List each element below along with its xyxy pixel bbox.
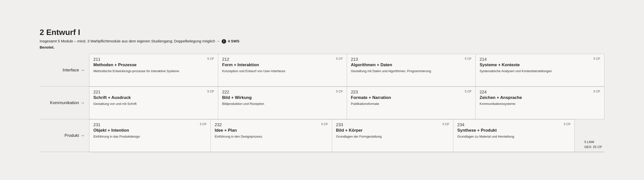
card-number-1-3: 224 xyxy=(480,90,486,95)
footer-stats: 5 LNW GES: 25 CP xyxy=(575,119,604,152)
card-cp-0-3: 5 CP xyxy=(594,57,600,61)
card-header-1-1: 222 5 CP xyxy=(222,90,343,95)
row-label-2: Produkt → xyxy=(40,119,89,152)
card-0-1[interactable]: 212 5 CP Form + Interaktion Konzeption u… xyxy=(218,54,347,86)
card-cp-2-2: 5 CP xyxy=(443,122,449,126)
card-number-2-2: 233 xyxy=(336,122,343,127)
card-title-1-0: Schrift + Ausdruck xyxy=(94,95,214,100)
cards-row-0: 211 5 CP Methoden + Prozesse Methodische… xyxy=(89,54,604,86)
card-number-0-3: 214 xyxy=(480,57,486,62)
grid-container: Interface → 211 5 CP Methoden + Prozesse… xyxy=(40,54,604,152)
card-header-0-1: 212 5 CP xyxy=(222,57,343,62)
card-cp-1-3: 5 CP xyxy=(594,90,600,93)
row-label-text-0: Interface → xyxy=(63,68,85,73)
card-number-2-0: 231 xyxy=(94,122,100,127)
page: 2 Entwurf I Insgesamt 5 Module – mind. 3… xyxy=(25,18,619,162)
card-2-1[interactable]: 232 5 CP Idee + Plan Einführung in den D… xyxy=(211,119,332,152)
card-title-1-3: Zeichen + Ansprache xyxy=(480,95,600,100)
card-desc-0-3: Systematische Analysen und Kontextdarste… xyxy=(480,69,600,73)
grid-row-0: Interface → 211 5 CP Methoden + Prozesse… xyxy=(40,54,604,87)
card-0-3[interactable]: 214 5 CP Systeme + Kontexte Systematisch… xyxy=(476,54,604,86)
card-number-0-0: 211 xyxy=(94,57,100,62)
card-title-0-3: Systeme + Kontexte xyxy=(480,63,600,67)
card-0-2[interactable]: 213 5 CP Algorithmen + Daten Gestaltung … xyxy=(347,54,476,86)
card-cp-2-0: 5 CP xyxy=(200,122,206,126)
card-number-1-2: 223 xyxy=(351,90,358,95)
card-title-1-1: Bild + Wirkung xyxy=(222,95,343,100)
card-2-0[interactable]: 231 5 CP Objekt + Intention Einführung i… xyxy=(90,119,211,152)
row-label-0: Interface → xyxy=(40,54,89,86)
card-desc-2-1: Einführung in den Designprozess xyxy=(215,134,328,139)
card-header-0-3: 214 5 CP xyxy=(480,57,600,62)
card-desc-2-0: Einführung in das Produktdesign xyxy=(94,134,206,139)
card-cp-1-0: 5 CP xyxy=(207,90,214,93)
row-label-name-0: Interface xyxy=(63,68,79,73)
card-desc-1-2: Publikationsformate xyxy=(351,102,472,106)
card-cp-0-1: 5 CP xyxy=(336,57,343,61)
card-desc-0-1: Konzeption und Entwurf von User-Interfac… xyxy=(222,69,343,73)
info-icon[interactable]: i xyxy=(222,39,226,44)
grid-bottom-border xyxy=(89,152,604,152)
card-title-0-0: Methoden + Prozesse xyxy=(94,63,214,67)
card-header-0-0: 211 5 CP xyxy=(94,57,214,62)
row-label-1: Kommunikation → xyxy=(40,87,89,119)
row-arrow-2: → xyxy=(80,133,85,138)
card-desc-2-2: Grundlagen der Formgestaltung xyxy=(336,134,449,139)
grid-row-2: Produkt → 231 5 CP Objekt + Intention Ei… xyxy=(40,119,604,152)
card-title-1-2: Formate + Narration xyxy=(351,95,472,100)
row-arrow-1: → xyxy=(80,100,85,105)
card-header-1-0: 221 5 CP xyxy=(94,90,214,95)
card-desc-1-0: Gestaltung von und mit Schrift xyxy=(94,102,214,106)
section-subtitle: Insgesamt 5 Module – mind. 3 Wahlpflicht… xyxy=(40,39,604,44)
card-2-2[interactable]: 233 5 CP Bild + Körper Grundlagen der Fo… xyxy=(332,119,454,152)
card-0-0[interactable]: 211 5 CP Methoden + Prozesse Methodische… xyxy=(90,54,218,86)
card-title-2-0: Objekt + Intention xyxy=(94,128,206,133)
lnw-text: 5 LNW xyxy=(584,140,602,144)
card-1-1[interactable]: 222 5 CP Bild + Wirkung Bildproduktion u… xyxy=(218,87,347,119)
card-title-2-3: Synthese + Produkt xyxy=(457,128,570,133)
card-cp-2-3: 5 CP xyxy=(564,122,570,126)
card-header-1-3: 224 5 CP xyxy=(480,90,600,95)
card-number-2-3: 234 xyxy=(457,122,464,127)
card-desc-1-1: Bildproduktion und Rezeption xyxy=(222,102,343,106)
card-title-2-1: Idee + Plan xyxy=(215,128,328,133)
section-title: 2 Entwurf I xyxy=(40,28,604,37)
card-number-1-0: 221 xyxy=(94,90,100,95)
row-label-text-1: Kommunikation → xyxy=(50,100,85,105)
card-1-2[interactable]: 223 5 CP Formate + Narration Publikation… xyxy=(347,87,476,119)
card-desc-2-3: Grundlagen zu Material und Herstellung xyxy=(457,134,570,139)
card-header-2-2: 233 5 CP xyxy=(336,122,449,127)
card-cp-1-2: 5 CP xyxy=(465,90,472,93)
card-title-0-1: Form + Interaktion xyxy=(222,63,343,67)
ges-text: GES: 25 CP xyxy=(584,144,602,149)
card-header-0-2: 213 5 CP xyxy=(351,57,472,62)
card-title-2-2: Bild + Körper xyxy=(336,128,449,133)
card-desc-0-2: Gestaltung mit Daten und Algorithmen, Pr… xyxy=(351,69,472,73)
card-number-0-1: 212 xyxy=(222,57,229,62)
card-desc-0-0: Methodische Entwicklungs-prozesse für in… xyxy=(94,69,214,73)
card-number-0-2: 213 xyxy=(351,57,358,62)
card-cp-2-1: 5 CP xyxy=(321,122,328,126)
bottom-stats: 5 LNW GES: 25 CP xyxy=(584,140,602,149)
row-arrow-0: → xyxy=(80,68,85,73)
card-number-2-1: 232 xyxy=(215,122,222,127)
card-cp-0-0: 5 CP xyxy=(207,57,214,61)
row-label-text-2: Produkt → xyxy=(64,133,85,138)
card-header-2-1: 232 5 CP xyxy=(215,122,328,127)
card-2-3[interactable]: 234 5 CP Synthese + Produkt Grundlagen z… xyxy=(453,119,575,152)
card-desc-1-3: Kommunikationssysteme xyxy=(480,102,600,106)
card-title-0-2: Algorithmen + Daten xyxy=(351,63,472,67)
row-label-name-1: Kommunikation xyxy=(50,100,79,105)
card-1-3[interactable]: 224 5 CP Zeichen + Ansprache Kommunikati… xyxy=(476,87,604,119)
card-1-0[interactable]: 221 5 CP Schrift + Ausdruck Gestaltung v… xyxy=(90,87,218,119)
sws-text: 4 SWS xyxy=(228,39,240,43)
card-header-2-3: 234 5 CP xyxy=(457,122,570,127)
card-number-1-1: 222 xyxy=(222,90,229,95)
card-header-1-2: 223 5 CP xyxy=(351,90,472,95)
card-header-2-0: 231 5 CP xyxy=(94,122,206,127)
card-cp-1-1: 5 CP xyxy=(336,90,343,93)
cards-row-2: 231 5 CP Objekt + Intention Einführung i… xyxy=(89,119,575,152)
cards-row-1: 221 5 CP Schrift + Ausdruck Gestaltung v… xyxy=(89,87,604,119)
card-cp-0-2: 5 CP xyxy=(465,57,472,61)
subtitle-text: Insgesamt 5 Module – mind. 3 Wahlpflicht… xyxy=(40,39,220,43)
